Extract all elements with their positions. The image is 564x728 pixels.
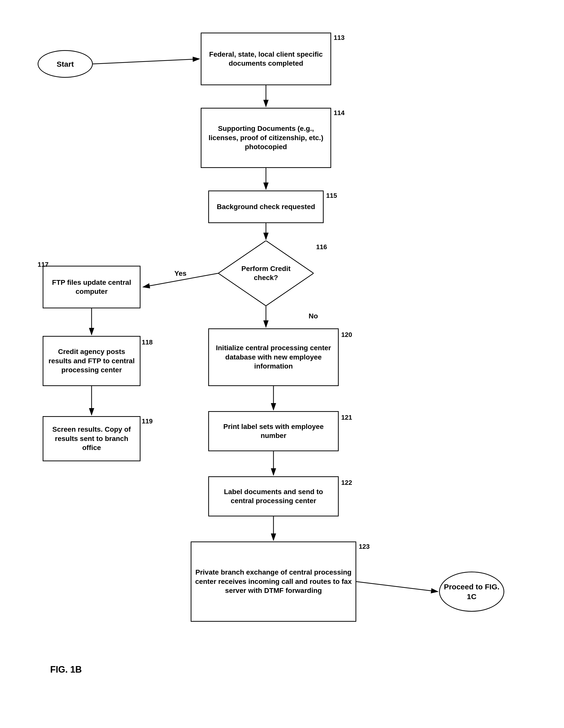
box-114-text: Supporting Documents (e.g., licenses, pr… — [204, 124, 328, 151]
ref-118b: 119 — [142, 417, 152, 425]
proceed-oval: Proceed to FIG. 1C — [439, 572, 504, 612]
ref-123: 123 — [359, 543, 370, 551]
box-113-text: Federal, state, local client specific do… — [204, 50, 328, 68]
box-123: Private branch exchange of central proce… — [191, 541, 356, 622]
box-117-text: FTP files update central computer — [46, 278, 137, 296]
box-113: Federal, state, local client specific do… — [201, 33, 331, 85]
box-122: Label documents and send to central proc… — [208, 476, 339, 516]
box-118b: Screen results. Copy of results sent to … — [43, 416, 140, 461]
diamond-116: Perform Credit check? — [218, 241, 314, 306]
box-121: Print label sets with employee number — [208, 411, 339, 451]
ref-113: 113 — [334, 34, 345, 42]
box-123-text: Private branch exchange of central proce… — [194, 568, 353, 595]
start-label: Start — [57, 59, 74, 69]
box-121-text: Print label sets with employee number — [211, 422, 336, 440]
box-122-text: Label documents and send to central proc… — [211, 487, 336, 506]
svg-text:Yes: Yes — [174, 269, 186, 277]
ref-121: 121 — [341, 414, 352, 421]
ref-118a: 118 — [142, 338, 152, 346]
box-117: FTP files update central computer — [43, 266, 140, 308]
svg-line-1 — [93, 59, 199, 64]
diamond-116-text: Perform Credit check? — [233, 264, 299, 283]
fig-label: FIG. 1B — [50, 664, 82, 675]
ref-116: 116 — [316, 243, 327, 251]
box-115-text: Background check requested — [217, 202, 315, 211]
ref-120: 120 — [341, 331, 352, 339]
svg-line-5 — [143, 273, 218, 287]
proceed-label: Proceed to FIG. 1C — [442, 582, 501, 601]
ref-114: 114 — [334, 109, 345, 117]
ref-115: 115 — [326, 192, 337, 200]
box-118a: Credit agency posts results and FTP to c… — [43, 336, 140, 386]
box-120-text: Initialize central processing center dat… — [211, 343, 336, 371]
box-118b-text: Screen results. Copy of results sent to … — [46, 425, 137, 452]
svg-text:No: No — [309, 312, 318, 320]
svg-line-12 — [356, 582, 438, 592]
ref-117: 117 — [38, 261, 48, 268]
box-114: Supporting Documents (e.g., licenses, pr… — [201, 108, 331, 168]
box-115: Background check requested — [208, 191, 324, 223]
ref-122: 122 — [341, 479, 352, 487]
box-120: Initialize central processing center dat… — [208, 328, 339, 386]
start-oval: Start — [38, 50, 93, 78]
box-118a-text: Credit agency posts results and FTP to c… — [46, 347, 137, 375]
diagram-container: Yes No Start Federal, state, local clien… — [0, 0, 564, 728]
